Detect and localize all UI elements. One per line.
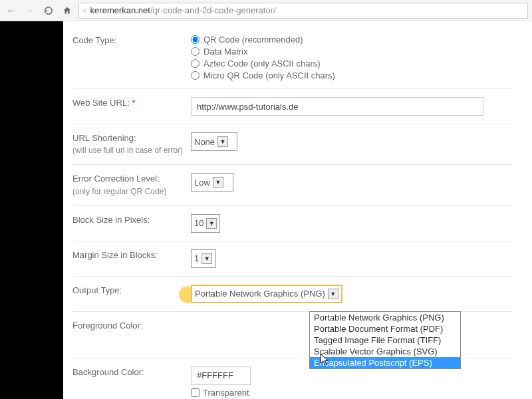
dropdown-item-png[interactable]: Portable Network Graphics (PNG) — [310, 312, 460, 323]
radio-input[interactable] — [191, 71, 200, 80]
label-code-type: Code Type: — [72, 35, 191, 47]
transparent-label: Transparent — [203, 388, 249, 398]
block-size-select[interactable]: 10 ▼ — [191, 214, 220, 233]
label-foreground-color: Foreground Color: — [72, 320, 191, 332]
radio-aztec[interactable]: Aztec Code (only ASCII chars) — [191, 59, 512, 68]
form-content: Code Type: QR Code (recommended) Data Ma… — [63, 21, 532, 399]
radio-input[interactable] — [191, 47, 200, 56]
code-type-radio-group: QR Code (recommended) Data Matrix Aztec … — [191, 35, 512, 80]
chevron-down-icon: ▼ — [213, 177, 223, 188]
reload-button[interactable] — [41, 3, 56, 18]
row-error-correction: Error Correction Level:(only for regular… — [72, 165, 512, 205]
label-url-shortening: URL Shortening:(will use full url in cas… — [72, 132, 191, 156]
chevron-down-icon: ▼ — [201, 253, 212, 264]
row-website-url: Web Site URL: * — [72, 89, 512, 124]
url-host: keremerkan.net — [90, 5, 150, 15]
margin-size-select[interactable]: 1 ▼ — [191, 249, 216, 268]
radio-input[interactable] — [191, 59, 200, 68]
chevron-down-icon: ▼ — [328, 289, 338, 299]
radio-qr-code[interactable]: QR Code (recommended) — [191, 35, 512, 45]
dropdown-item-eps[interactable]: Encapsulated Postscript (EPS) — [310, 357, 460, 368]
chevron-down-icon: ▼ — [206, 218, 217, 229]
radio-data-matrix[interactable]: Data Matrix — [191, 47, 512, 57]
dropdown-item-pdf[interactable]: Portable Document Format (PDF) — [310, 323, 460, 334]
label-output-type: Output Type: — [72, 285, 191, 297]
dropdown-item-svg[interactable]: Scalable Vector Graphics (SVG) — [310, 346, 460, 357]
transparent-checkbox[interactable] — [191, 388, 200, 397]
row-url-shortening: URL Shortening:(will use full url in cas… — [72, 124, 512, 165]
radio-input[interactable] — [191, 35, 200, 44]
label-margin-size: Margin Size in Blocks: — [72, 249, 191, 261]
background-color-input[interactable] — [191, 366, 251, 385]
row-code-type: Code Type: QR Code (recommended) Data Ma… — [72, 27, 512, 89]
label-background-color: Background Color: — [72, 366, 191, 378]
website-url-input[interactable] — [191, 97, 483, 116]
chevron-down-icon: ▼ — [217, 136, 228, 147]
label-block-size: Block Size in Pixels: — [72, 214, 191, 226]
page-icon: ▫ — [83, 5, 86, 15]
address-bar[interactable]: ▫ keremerkan.net/qr-code-and-2d-code-gen… — [78, 3, 528, 19]
row-block-size: Block Size in Pixels: 10 ▼ — [72, 206, 512, 241]
dropdown-item-tiff[interactable]: Tagged Image File Format (TIFF) — [310, 334, 460, 346]
cursor-icon — [320, 353, 331, 368]
output-type-select[interactable]: Portable Network Graphics (PNG) ▼ — [191, 285, 342, 303]
home-button[interactable] — [60, 3, 74, 18]
row-output-type: Output Type: Portable Network Graphics (… — [72, 277, 512, 312]
page-body: Code Type: QR Code (recommended) Data Ma… — [0, 21, 532, 399]
url-shortening-select[interactable]: None ▼ — [191, 132, 237, 151]
url-path: /qr-code-and-2d-code-generator/ — [150, 5, 276, 15]
radio-micro-qr[interactable]: Micro QR Code (only ASCII chars) — [191, 70, 512, 80]
forward-button[interactable]: → — [23, 3, 37, 18]
left-sidebar — [0, 21, 63, 399]
error-correction-select[interactable]: Low ▼ — [191, 173, 233, 192]
browser-toolbar: ← → ▫ keremerkan.net/qr-code-and-2d-code… — [0, 0, 532, 21]
row-margin-size: Margin Size in Blocks: 1 ▼ — [72, 241, 512, 277]
output-type-dropdown: Portable Network Graphics (PNG) Portable… — [309, 311, 461, 369]
label-website-url: Web Site URL: * — [72, 97, 191, 109]
required-marker: * — [132, 98, 135, 108]
label-error-correction: Error Correction Level:(only for regular… — [72, 173, 191, 197]
back-button[interactable]: ← — [4, 3, 19, 18]
